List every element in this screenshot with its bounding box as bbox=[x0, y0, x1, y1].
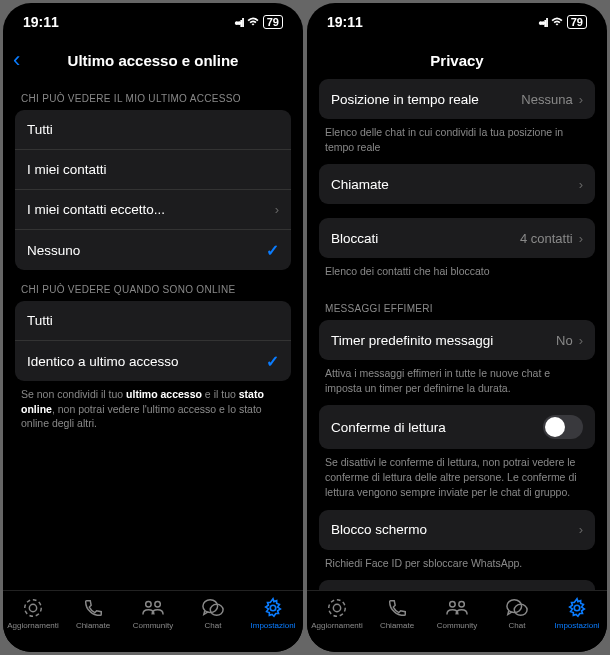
option-label: I miei contatti bbox=[27, 162, 107, 177]
battery-icon: 79 bbox=[567, 15, 587, 29]
tab-label: Impostazioni bbox=[555, 621, 600, 630]
row-calls-group: Chiamate › bbox=[319, 164, 595, 204]
section-footer: Richiedi Face ID per sbloccare WhatsApp. bbox=[319, 550, 595, 581]
tab-settings[interactable]: Impostazioni bbox=[548, 597, 606, 630]
option-everyone[interactable]: Tutti bbox=[15, 110, 291, 150]
page-title: Privacy bbox=[430, 52, 483, 69]
tab-calls[interactable]: Chiamate bbox=[368, 597, 426, 630]
row-value: No› bbox=[556, 333, 583, 348]
signal-icon: ••ıl bbox=[234, 15, 242, 30]
community-icon bbox=[444, 597, 470, 619]
tab-label: Community bbox=[133, 621, 173, 630]
check-icon: ✓ bbox=[266, 352, 279, 371]
svg-point-13 bbox=[574, 605, 580, 611]
svg-point-1 bbox=[25, 600, 42, 617]
row-value: Nessuna› bbox=[521, 92, 583, 107]
chevron-right-icon: › bbox=[579, 333, 583, 348]
blocked[interactable]: Bloccati 4 contatti› bbox=[319, 218, 595, 258]
svg-point-9 bbox=[450, 602, 456, 608]
tab-community[interactable]: Community bbox=[428, 597, 486, 630]
nav-header: Privacy bbox=[307, 41, 607, 79]
tab-label: Community bbox=[437, 621, 477, 630]
option-group-lastseen: Tutti I miei contatti I miei contatti ec… bbox=[15, 110, 291, 270]
tab-calls[interactable]: Chiamate bbox=[64, 597, 122, 630]
advanced[interactable]: Avanzate › bbox=[319, 580, 595, 590]
community-icon bbox=[140, 597, 166, 619]
svg-point-10 bbox=[459, 602, 465, 608]
option-label: Identico a ultimo accesso bbox=[27, 354, 179, 369]
check-icon: ✓ bbox=[266, 241, 279, 260]
tab-community[interactable]: Community bbox=[124, 597, 182, 630]
row-label: Bloccati bbox=[331, 231, 378, 246]
row-timer-group: Timer predefinito messaggi No› bbox=[319, 320, 595, 360]
toggle-off[interactable] bbox=[543, 415, 583, 439]
tab-bar: Aggiornamenti Chiamate Community Chat Im… bbox=[3, 590, 303, 652]
svg-point-8 bbox=[329, 600, 346, 617]
option-contacts[interactable]: I miei contatti bbox=[15, 150, 291, 190]
nav-header: ‹ Ultimo accesso e online bbox=[3, 41, 303, 79]
tab-updates[interactable]: Aggiornamenti bbox=[4, 597, 62, 630]
updates-icon bbox=[22, 597, 44, 619]
svg-point-7 bbox=[333, 604, 340, 611]
phone-icon bbox=[82, 597, 104, 619]
section-header: CHI PUÒ VEDERE QUANDO SONO ONLINE bbox=[15, 270, 291, 301]
content: CHI PUÒ VEDERE IL MIO ULTIMO ACCESSO Tut… bbox=[3, 79, 303, 590]
row-label: Timer predefinito messaggi bbox=[331, 333, 493, 348]
updates-icon bbox=[326, 597, 348, 619]
gear-icon bbox=[262, 597, 284, 619]
option-nobody[interactable]: Nessuno ✓ bbox=[15, 230, 291, 270]
status-time: 19:11 bbox=[23, 14, 59, 30]
option-group-online: Tutti Identico a ultimo accesso ✓ bbox=[15, 301, 291, 381]
tab-label: Impostazioni bbox=[251, 621, 296, 630]
option-same-as-lastseen[interactable]: Identico a ultimo accesso ✓ bbox=[15, 341, 291, 381]
row-label: Blocco schermo bbox=[331, 522, 427, 537]
option-label: Nessuno bbox=[27, 243, 80, 258]
option-label: Tutti bbox=[27, 313, 53, 328]
default-timer[interactable]: Timer predefinito messaggi No› bbox=[319, 320, 595, 360]
row-receipts-group: Conferme di lettura bbox=[319, 405, 595, 449]
tab-label: Aggiornamenti bbox=[311, 621, 363, 630]
signal-icon: ••ıl bbox=[538, 15, 546, 30]
content: Posizione in tempo reale Nessuna› Elenco… bbox=[307, 79, 607, 590]
calls[interactable]: Chiamate › bbox=[319, 164, 595, 204]
screen-lock[interactable]: Blocco schermo › bbox=[319, 510, 595, 550]
tab-label: Aggiornamenti bbox=[7, 621, 59, 630]
chevron-right-icon: › bbox=[579, 231, 583, 246]
status-time: 19:11 bbox=[327, 14, 363, 30]
section-footer: Elenco delle chat in cui condividi la tu… bbox=[319, 119, 595, 164]
tab-chat[interactable]: Chat bbox=[488, 597, 546, 630]
phone-left: 19:11 ••ıl 79 ‹ Ultimo accesso e online … bbox=[3, 3, 303, 652]
read-receipts[interactable]: Conferme di lettura bbox=[319, 405, 595, 449]
wifi-icon bbox=[246, 15, 260, 29]
back-button[interactable]: ‹ bbox=[13, 47, 20, 73]
section-footer: Attiva i messaggi effimeri in tutte le n… bbox=[319, 360, 595, 405]
chat-icon bbox=[505, 597, 529, 619]
row-label: Conferme di lettura bbox=[331, 420, 446, 435]
svg-point-6 bbox=[270, 605, 276, 611]
chevron-right-icon: › bbox=[579, 522, 583, 537]
svg-point-2 bbox=[146, 602, 152, 608]
tab-label: Chiamate bbox=[380, 621, 414, 630]
tab-label: Chat bbox=[509, 621, 526, 630]
row-blocked-group: Bloccati 4 contatti› bbox=[319, 218, 595, 258]
chevron-right-icon: › bbox=[579, 92, 583, 107]
phone-icon bbox=[386, 597, 408, 619]
phone-right: 19:11 ••ıl 79 Privacy Posizione in tempo… bbox=[307, 3, 607, 652]
tab-updates[interactable]: Aggiornamenti bbox=[308, 597, 366, 630]
option-contacts-except[interactable]: I miei contatti eccetto... › bbox=[15, 190, 291, 230]
option-everyone-online[interactable]: Tutti bbox=[15, 301, 291, 341]
status-bar: 19:11 ••ıl 79 bbox=[307, 3, 607, 41]
tab-label: Chiamate bbox=[76, 621, 110, 630]
tab-label: Chat bbox=[205, 621, 222, 630]
status-indicators: ••ıl 79 bbox=[538, 15, 587, 30]
tab-chat[interactable]: Chat bbox=[184, 597, 242, 630]
live-location[interactable]: Posizione in tempo reale Nessuna› bbox=[319, 79, 595, 119]
chevron-right-icon: › bbox=[579, 177, 583, 192]
option-label: Tutti bbox=[27, 122, 53, 137]
chevron-right-icon: › bbox=[275, 202, 279, 217]
row-advanced-group: Avanzate › bbox=[319, 580, 595, 590]
section-header: MESSAGGI EFFIMERI bbox=[319, 289, 595, 320]
tab-bar: Aggiornamenti Chiamate Community Chat Im… bbox=[307, 590, 607, 652]
tab-settings[interactable]: Impostazioni bbox=[244, 597, 302, 630]
section-footer: Se disattivi le conferme di lettura, non… bbox=[319, 449, 595, 509]
